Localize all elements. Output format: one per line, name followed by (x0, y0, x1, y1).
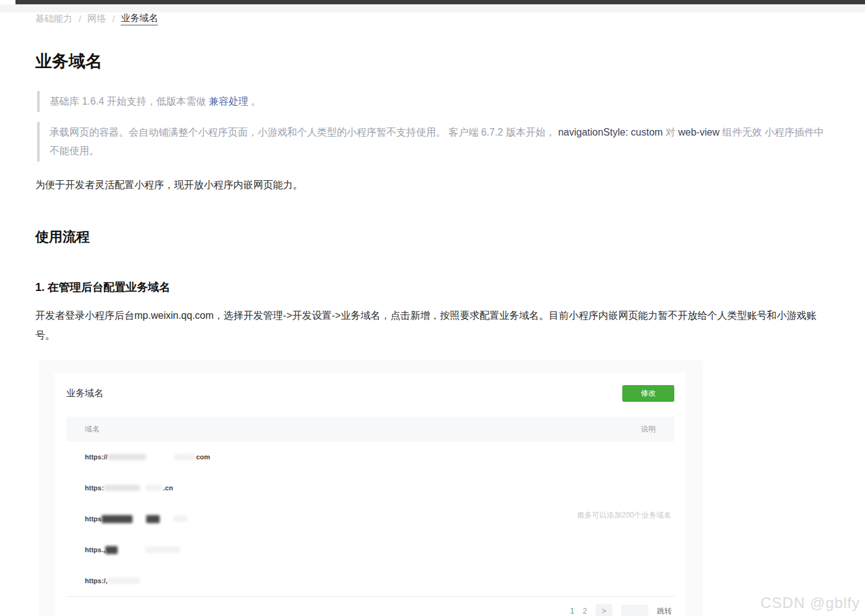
table-row: https:// com (66, 441, 674, 472)
redaction-mask (108, 578, 140, 584)
edit-button[interactable]: 修改 (622, 385, 674, 402)
page-jump-label[interactable]: 跳转 (657, 606, 672, 616)
compat-note: 基础库 1.6.4 开始支持，低版本需做 兼容处理 。 (37, 91, 834, 112)
console-card: 业务域名 修改 域名 说明 https:// com https: .cn (54, 373, 686, 616)
domain-prefix: https (85, 515, 102, 523)
table-row: https:/, (66, 565, 674, 596)
column-description: 说明 (641, 424, 656, 435)
step-1-title: 1. 在管理后台配置业务域名 (35, 280, 834, 295)
domain-prefix: https: (85, 484, 104, 492)
domain-prefix: https., (85, 546, 105, 553)
breadcrumb: 基础能力 / 网络 / 业务域名 (35, 12, 834, 25)
container-note: 承载网页的容器。会自动铺满整个小程序页面，小游戏和个人类型的小程序暂不支持使用。… (37, 122, 831, 162)
container-note-seg1: 承载网页的容器。会自动铺满整个小程序页面，小游戏和个人类型的小程序暂不支持使用。… (50, 127, 558, 137)
redaction-mask (104, 485, 140, 491)
breadcrumb-separator: / (79, 14, 81, 24)
domain-suffix: .cn (163, 484, 173, 492)
console-screenshot: 业务域名 修改 域名 说明 https:// com https: .cn (39, 360, 703, 616)
table-header: 域名 说明 (66, 417, 674, 441)
domain-prefix: https:/, (85, 577, 108, 584)
code-navigation-style: navigationStyle: custom (558, 127, 663, 137)
redaction-mask (105, 546, 118, 554)
section-title-usage-flow: 使用流程 (35, 228, 834, 246)
breadcrumb-item-current[interactable]: 业务域名 (121, 12, 158, 25)
redaction-mask (146, 485, 162, 491)
page-jump-input[interactable] (621, 605, 648, 616)
container-note-seg2: 对 (663, 127, 678, 137)
table-row: https., (66, 534, 674, 565)
intro-paragraph: 为便于开发者灵活配置小程序，现开放小程序内嵌网页能力。 (35, 179, 834, 192)
csdn-watermark: CSDN @gblfy (760, 594, 860, 612)
pagination-page-1[interactable]: 1 (570, 607, 575, 615)
domain-suffix: com (196, 453, 211, 461)
compat-note-tail: 。 (248, 96, 261, 106)
console-title: 业务域名 (66, 388, 103, 399)
domain-limit-note: 最多可以添加200个业务域名 (577, 510, 671, 521)
step-1-body: 开发者登录小程序后台mp.weixin.qq.com，选择开发管理->开发设置-… (35, 306, 832, 345)
domain-prefix: https:// (85, 453, 108, 461)
redaction-mask (174, 454, 195, 460)
redaction-mask (102, 515, 133, 523)
top-scroll-bar (15, 0, 865, 4)
redaction-mask (108, 454, 146, 460)
pagination: 1 2 > 跳转 (66, 604, 674, 616)
redaction-mask (173, 516, 187, 522)
breadcrumb-item-capability[interactable]: 基础能力 (35, 13, 72, 25)
page-title: 业务域名 (35, 50, 834, 72)
doc-content: 基础能力 / 网络 / 业务域名 业务域名 基础库 1.6.4 开始支持，低版本… (35, 12, 834, 616)
breadcrumb-item-network[interactable]: 网络 (87, 13, 106, 25)
redaction-mask (146, 547, 180, 553)
table-row: https: .cn (66, 472, 674, 503)
compat-link[interactable]: 兼容处理 (209, 96, 248, 106)
column-domain: 域名 (85, 424, 100, 435)
table-divider (66, 596, 674, 597)
pagination-next-button[interactable]: > (596, 604, 612, 616)
redaction-mask (146, 515, 160, 523)
console-card-header: 业务域名 修改 (66, 385, 674, 402)
compat-note-text: 基础库 1.6.4 开始支持，低版本需做 (50, 96, 209, 106)
code-web-view: web-view (678, 127, 719, 137)
top-strip (0, 4, 865, 12)
pagination-page-2[interactable]: 2 (583, 607, 587, 615)
breadcrumb-separator: / (112, 14, 115, 24)
